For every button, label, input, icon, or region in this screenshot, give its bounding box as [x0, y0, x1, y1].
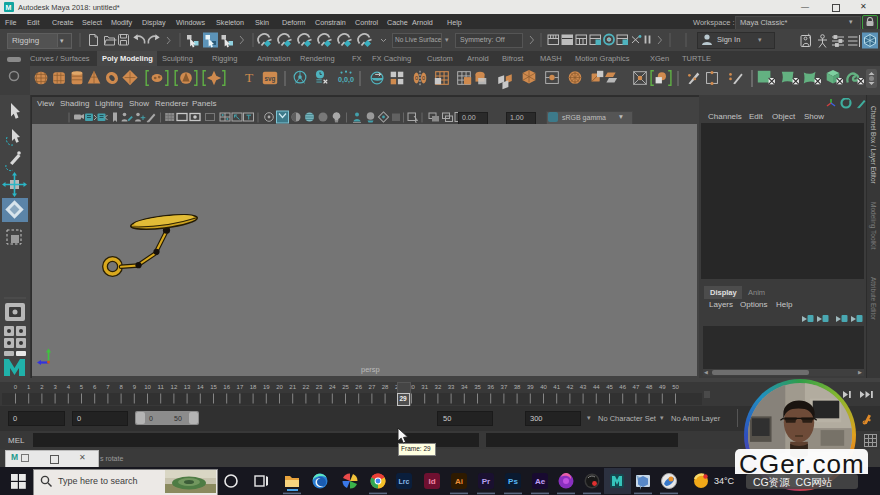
svg-text:Id: Id: [428, 477, 435, 486]
svg-text:Ai: Ai: [455, 477, 463, 486]
svg-text:Ps: Ps: [508, 477, 518, 486]
svg-text:Lrc: Lrc: [399, 478, 410, 485]
svg-text:Pr: Pr: [482, 477, 490, 486]
svg-text:Ae: Ae: [535, 477, 546, 486]
